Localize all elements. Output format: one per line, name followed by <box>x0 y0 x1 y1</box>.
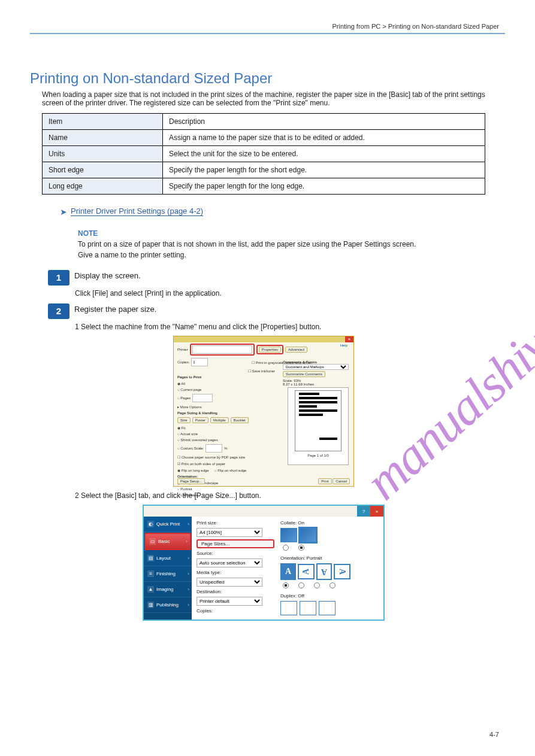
copies-label2: Copies: <box>197 608 274 614</box>
orient-landscape-flip[interactable]: A <box>334 564 350 579</box>
advanced-button[interactable]: Advanced <box>285 347 307 353</box>
tab-finishing[interactable]: ≡Finishing› <box>144 566 192 582</box>
print-size-select[interactable]: A4 [100%] <box>197 528 262 537</box>
help-icon[interactable]: ? <box>357 506 370 517</box>
duplex-label: Duplex: Off <box>280 593 379 599</box>
pages-input[interactable] <box>192 394 213 402</box>
dims-readout: 8.27 x 11.69 Inches <box>283 382 349 386</box>
custom-scale-input[interactable] <box>205 444 222 453</box>
duplex-opt-2[interactable] <box>300 601 316 615</box>
tab-basic[interactable]: ▭Basic› <box>144 533 191 550</box>
dest-label: Destination: <box>197 589 274 594</box>
all-radio[interactable]: ◉ All <box>177 381 185 385</box>
duplex-opt-3[interactable] <box>319 601 335 615</box>
tab-quickprint[interactable]: ◐Quick Print› <box>144 517 192 532</box>
orient-radio-1[interactable] <box>283 582 289 588</box>
row-units-desc: Select the unit for the size to be enter… <box>163 146 485 162</box>
imaging-icon: ▲ <box>147 586 154 593</box>
collate-label: Collate: On <box>280 520 379 526</box>
note-title: NOTE <box>78 229 505 238</box>
row-name-label: Name <box>43 130 163 146</box>
copies-label: Copies: <box>177 360 189 364</box>
step-2-badge: 2 <box>48 303 69 319</box>
orient-landscape[interactable]: A <box>298 564 315 579</box>
close-icon[interactable]: × <box>345 336 353 342</box>
shrink-radio[interactable]: ○ Shrink oversized pages <box>177 438 218 442</box>
close-icon[interactable]: × <box>370 506 383 517</box>
page-number: 4-7 <box>489 731 499 738</box>
portrait-radio[interactable]: ○ Portrait <box>177 487 192 491</box>
fit-radio[interactable]: ◉ Fit <box>177 426 185 430</box>
collate-radio-1[interactable] <box>283 545 289 551</box>
current-radio[interactable]: ○ Current page <box>177 388 201 391</box>
booklet-tab[interactable]: Booklet <box>231 417 249 423</box>
both-sides-check[interactable]: ☑ Print on both sides of paper <box>177 462 225 466</box>
row-units-label: Units <box>43 146 163 162</box>
orientation-label: Orientation: Portrait <box>280 555 379 561</box>
page-title: Printing on Non-standard Sized Paper <box>30 70 505 87</box>
arrow-icon: ➤ <box>60 207 67 217</box>
copies-input[interactable] <box>191 358 208 366</box>
print-preview: Page 1 of 1/0 <box>288 387 349 465</box>
printer-select[interactable] <box>192 345 252 354</box>
page-setup-button[interactable]: Page Setup... <box>177 478 205 484</box>
multiple-tab[interactable]: Multiple <box>210 417 229 423</box>
summarize-button[interactable]: Summarize Comments <box>283 371 325 377</box>
chevron-right-icon: › <box>186 539 188 544</box>
step-1-text: Display the screen. <box>74 270 141 286</box>
tab-layout[interactable]: ▤Layout› <box>144 551 192 566</box>
help-link[interactable]: Help <box>340 344 347 347</box>
source-select[interactable]: Auto source selection <box>197 558 262 567</box>
print-button[interactable]: Print <box>318 478 331 484</box>
printer-name-highlight <box>190 344 255 356</box>
media-select[interactable]: Unspecified <box>197 578 262 587</box>
orient-portrait-flip[interactable]: A <box>316 563 332 580</box>
cancel-button[interactable]: Cancel <box>333 478 350 484</box>
actual-radio[interactable]: ○ Actual size <box>177 432 198 436</box>
duplex-opt-1[interactable] <box>280 601 297 615</box>
note-line-2: Give a name to the printer setting. <box>78 251 497 259</box>
table-header-desc: Description <box>163 114 485 130</box>
page-subtitle: When loading a paper size that is not in… <box>42 90 485 107</box>
xref-link[interactable]: Printer Driver Print Settings (page 4-2) <box>71 207 203 216</box>
row-short-desc: Specify the paper length for the short e… <box>163 162 485 178</box>
properties-sidebar: ◐Quick Print› ▭Basic› ▤Layout› ≡Finishin… <box>144 517 192 620</box>
more-options-toggle[interactable]: ▸ More Options <box>177 405 202 409</box>
orient-radio-3[interactable] <box>314 582 320 588</box>
landscape-radio[interactable]: ○ Landscape <box>177 493 198 497</box>
print-dialog-screenshot: × Printer Properties Advanced Help Copie… <box>72 336 455 487</box>
comments-select[interactable]: Document and Markups <box>283 364 349 370</box>
step-1-badge: 1 <box>48 270 69 286</box>
page-of: Page 1 of 1/0 <box>288 454 348 457</box>
page-sizes-button[interactable]: Page Sizes... <box>197 539 274 548</box>
collate-radio-2[interactable] <box>298 545 304 551</box>
collate-option-1[interactable] <box>280 528 297 542</box>
tab-imaging[interactable]: ▲Imaging› <box>144 582 192 597</box>
step-2-text: Register the paper size. <box>74 303 156 319</box>
pages-radio[interactable]: ○ Pages <box>177 396 191 400</box>
size-tab[interactable]: Size <box>177 417 191 423</box>
chevron-right-icon: › <box>188 602 189 608</box>
tab-publishing[interactable]: ▥Publishing› <box>144 597 192 613</box>
choose-source-check[interactable]: ☐ Choose paper source by PDF page size <box>177 455 245 459</box>
step-2-sub-1: 1 Select the machine from the "Name" men… <box>75 323 505 331</box>
source-label: Source: <box>197 551 274 556</box>
row-name-desc: Assign a name to the paper size that is … <box>163 130 485 146</box>
properties-button[interactable]: Properties <box>259 347 281 353</box>
poster-tab[interactable]: Poster <box>192 417 208 423</box>
ink-check[interactable]: ☐ Save ink/toner <box>248 369 275 373</box>
custom-radio[interactable]: ○ Custom Scale: <box>177 447 204 450</box>
flipshort-radio[interactable]: ○ Flip on short edge <box>214 469 246 472</box>
row-long-label: Long edge <box>43 178 163 195</box>
fliplong-radio[interactable]: ◉ Flip on long edge <box>177 468 209 472</box>
dest-select[interactable]: Printer default <box>197 597 262 606</box>
orient-radio-4[interactable] <box>330 582 335 588</box>
orient-portrait[interactable]: A <box>280 563 296 580</box>
orient-radio-2[interactable] <box>298 582 304 588</box>
settings-table: ItemDescription NameAssign a name to the… <box>42 113 485 195</box>
properties-dialog-screenshot: ? × ◐Quick Print› ▭Basic› ▤Layout› ≡Fini… <box>72 505 455 621</box>
properties-highlight: Properties <box>256 345 283 354</box>
publish-icon: ▥ <box>147 602 154 608</box>
collate-option-2[interactable] <box>300 528 316 542</box>
chevron-right-icon: › <box>188 555 189 561</box>
